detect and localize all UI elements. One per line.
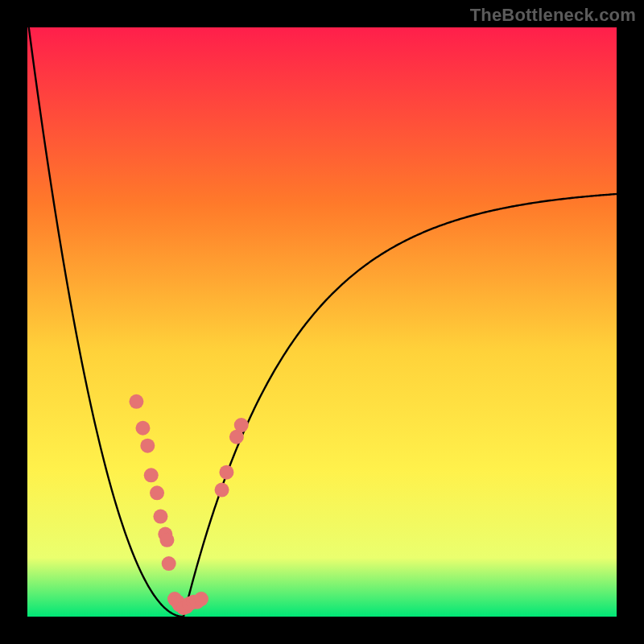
watermark-text: TheBottleneck.com (470, 5, 636, 26)
data-dot (194, 592, 208, 606)
data-dot (219, 465, 233, 480)
bottleneck-chart (0, 0, 644, 644)
plot-background (27, 27, 617, 617)
data-dot (150, 485, 164, 500)
data-dot (153, 510, 167, 524)
data-dot (159, 533, 174, 547)
data-dot (135, 421, 150, 436)
data-dot (144, 468, 159, 482)
data-dot (234, 418, 249, 432)
data-dot (140, 439, 155, 453)
data-dot (215, 483, 229, 497)
data-dot (162, 556, 176, 571)
data-dot (129, 394, 143, 409)
